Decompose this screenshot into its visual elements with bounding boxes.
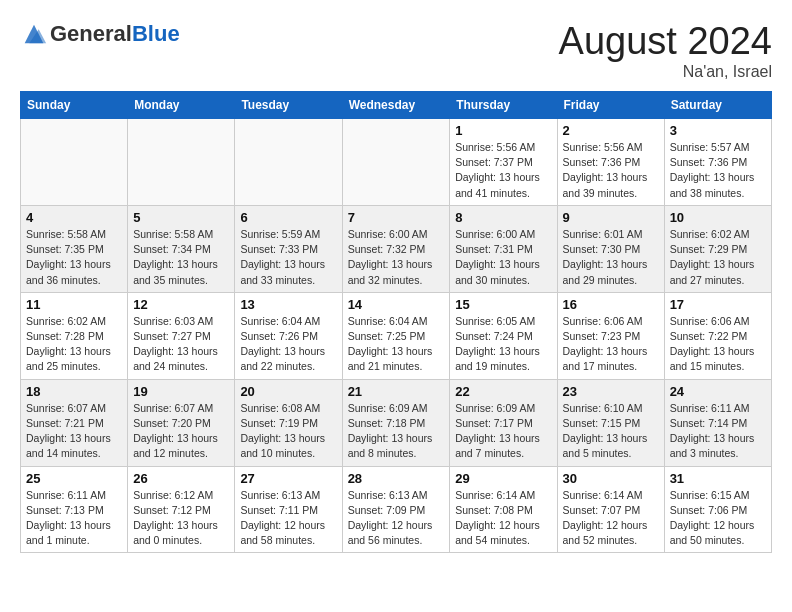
day-info: Sunrise: 5:57 AM Sunset: 7:36 PM Dayligh…	[670, 140, 766, 201]
calendar-cell: 1Sunrise: 5:56 AM Sunset: 7:37 PM Daylig…	[450, 119, 557, 206]
calendar-cell	[128, 119, 235, 206]
calendar-week-row: 25Sunrise: 6:11 AM Sunset: 7:13 PM Dayli…	[21, 466, 772, 553]
calendar-cell: 3Sunrise: 5:57 AM Sunset: 7:36 PM Daylig…	[664, 119, 771, 206]
calendar-week-row: 4Sunrise: 5:58 AM Sunset: 7:35 PM Daylig…	[21, 205, 772, 292]
calendar-cell: 18Sunrise: 6:07 AM Sunset: 7:21 PM Dayli…	[21, 379, 128, 466]
day-info: Sunrise: 6:13 AM Sunset: 7:11 PM Dayligh…	[240, 488, 336, 549]
calendar-cell: 22Sunrise: 6:09 AM Sunset: 7:17 PM Dayli…	[450, 379, 557, 466]
day-info: Sunrise: 6:13 AM Sunset: 7:09 PM Dayligh…	[348, 488, 445, 549]
logo: GeneralBlue	[20, 20, 180, 48]
calendar-cell: 4Sunrise: 5:58 AM Sunset: 7:35 PM Daylig…	[21, 205, 128, 292]
day-info: Sunrise: 5:58 AM Sunset: 7:35 PM Dayligh…	[26, 227, 122, 288]
month-year: August 2024	[559, 20, 772, 63]
day-info: Sunrise: 6:15 AM Sunset: 7:06 PM Dayligh…	[670, 488, 766, 549]
day-info: Sunrise: 6:12 AM Sunset: 7:12 PM Dayligh…	[133, 488, 229, 549]
weekday-header-thursday: Thursday	[450, 92, 557, 119]
day-info: Sunrise: 5:56 AM Sunset: 7:37 PM Dayligh…	[455, 140, 551, 201]
calendar-cell: 5Sunrise: 5:58 AM Sunset: 7:34 PM Daylig…	[128, 205, 235, 292]
day-number: 31	[670, 471, 766, 486]
day-number: 1	[455, 123, 551, 138]
day-number: 28	[348, 471, 445, 486]
day-info: Sunrise: 6:04 AM Sunset: 7:25 PM Dayligh…	[348, 314, 445, 375]
day-number: 22	[455, 384, 551, 399]
day-number: 24	[670, 384, 766, 399]
logo-blue: Blue	[132, 21, 180, 46]
day-info: Sunrise: 6:01 AM Sunset: 7:30 PM Dayligh…	[563, 227, 659, 288]
day-info: Sunrise: 6:00 AM Sunset: 7:31 PM Dayligh…	[455, 227, 551, 288]
day-info: Sunrise: 5:56 AM Sunset: 7:36 PM Dayligh…	[563, 140, 659, 201]
weekday-header-saturday: Saturday	[664, 92, 771, 119]
calendar-cell: 20Sunrise: 6:08 AM Sunset: 7:19 PM Dayli…	[235, 379, 342, 466]
calendar-cell	[235, 119, 342, 206]
day-info: Sunrise: 6:04 AM Sunset: 7:26 PM Dayligh…	[240, 314, 336, 375]
day-info: Sunrise: 6:05 AM Sunset: 7:24 PM Dayligh…	[455, 314, 551, 375]
day-number: 16	[563, 297, 659, 312]
day-info: Sunrise: 6:14 AM Sunset: 7:08 PM Dayligh…	[455, 488, 551, 549]
calendar-cell: 10Sunrise: 6:02 AM Sunset: 7:29 PM Dayli…	[664, 205, 771, 292]
calendar-cell: 19Sunrise: 6:07 AM Sunset: 7:20 PM Dayli…	[128, 379, 235, 466]
day-number: 29	[455, 471, 551, 486]
day-number: 30	[563, 471, 659, 486]
calendar-cell: 27Sunrise: 6:13 AM Sunset: 7:11 PM Dayli…	[235, 466, 342, 553]
weekday-header-friday: Friday	[557, 92, 664, 119]
calendar-cell: 14Sunrise: 6:04 AM Sunset: 7:25 PM Dayli…	[342, 292, 450, 379]
day-info: Sunrise: 6:00 AM Sunset: 7:32 PM Dayligh…	[348, 227, 445, 288]
weekday-header-tuesday: Tuesday	[235, 92, 342, 119]
calendar-cell: 11Sunrise: 6:02 AM Sunset: 7:28 PM Dayli…	[21, 292, 128, 379]
day-info: Sunrise: 6:08 AM Sunset: 7:19 PM Dayligh…	[240, 401, 336, 462]
day-info: Sunrise: 6:07 AM Sunset: 7:21 PM Dayligh…	[26, 401, 122, 462]
day-number: 5	[133, 210, 229, 225]
day-info: Sunrise: 6:09 AM Sunset: 7:17 PM Dayligh…	[455, 401, 551, 462]
day-number: 21	[348, 384, 445, 399]
logo-text: GeneralBlue	[50, 21, 180, 47]
calendar-cell: 9Sunrise: 6:01 AM Sunset: 7:30 PM Daylig…	[557, 205, 664, 292]
calendar-cell: 13Sunrise: 6:04 AM Sunset: 7:26 PM Dayli…	[235, 292, 342, 379]
calendar-cell: 21Sunrise: 6:09 AM Sunset: 7:18 PM Dayli…	[342, 379, 450, 466]
logo-general: General	[50, 21, 132, 46]
calendar-cell: 28Sunrise: 6:13 AM Sunset: 7:09 PM Dayli…	[342, 466, 450, 553]
day-info: Sunrise: 6:02 AM Sunset: 7:28 PM Dayligh…	[26, 314, 122, 375]
calendar-cell: 24Sunrise: 6:11 AM Sunset: 7:14 PM Dayli…	[664, 379, 771, 466]
day-number: 8	[455, 210, 551, 225]
calendar-cell: 31Sunrise: 6:15 AM Sunset: 7:06 PM Dayli…	[664, 466, 771, 553]
weekday-header-wednesday: Wednesday	[342, 92, 450, 119]
day-number: 14	[348, 297, 445, 312]
day-number: 27	[240, 471, 336, 486]
calendar-cell: 16Sunrise: 6:06 AM Sunset: 7:23 PM Dayli…	[557, 292, 664, 379]
calendar-cell: 7Sunrise: 6:00 AM Sunset: 7:32 PM Daylig…	[342, 205, 450, 292]
day-number: 4	[26, 210, 122, 225]
day-info: Sunrise: 6:11 AM Sunset: 7:13 PM Dayligh…	[26, 488, 122, 549]
day-info: Sunrise: 6:14 AM Sunset: 7:07 PM Dayligh…	[563, 488, 659, 549]
page-header: GeneralBlue August 2024 Na'an, Israel	[20, 20, 772, 81]
calendar-cell	[21, 119, 128, 206]
day-info: Sunrise: 5:58 AM Sunset: 7:34 PM Dayligh…	[133, 227, 229, 288]
weekday-header-sunday: Sunday	[21, 92, 128, 119]
day-number: 12	[133, 297, 229, 312]
calendar-cell: 15Sunrise: 6:05 AM Sunset: 7:24 PM Dayli…	[450, 292, 557, 379]
day-info: Sunrise: 6:06 AM Sunset: 7:22 PM Dayligh…	[670, 314, 766, 375]
day-number: 23	[563, 384, 659, 399]
day-info: Sunrise: 6:07 AM Sunset: 7:20 PM Dayligh…	[133, 401, 229, 462]
calendar-cell: 12Sunrise: 6:03 AM Sunset: 7:27 PM Dayli…	[128, 292, 235, 379]
calendar-cell: 29Sunrise: 6:14 AM Sunset: 7:08 PM Dayli…	[450, 466, 557, 553]
calendar-table: SundayMondayTuesdayWednesdayThursdayFrid…	[20, 91, 772, 553]
calendar-week-row: 1Sunrise: 5:56 AM Sunset: 7:37 PM Daylig…	[21, 119, 772, 206]
day-number: 20	[240, 384, 336, 399]
calendar-cell: 17Sunrise: 6:06 AM Sunset: 7:22 PM Dayli…	[664, 292, 771, 379]
day-info: Sunrise: 6:09 AM Sunset: 7:18 PM Dayligh…	[348, 401, 445, 462]
logo-icon	[20, 20, 48, 48]
calendar-cell: 25Sunrise: 6:11 AM Sunset: 7:13 PM Dayli…	[21, 466, 128, 553]
day-number: 6	[240, 210, 336, 225]
calendar-cell: 30Sunrise: 6:14 AM Sunset: 7:07 PM Dayli…	[557, 466, 664, 553]
title-block: August 2024 Na'an, Israel	[559, 20, 772, 81]
calendar-week-row: 11Sunrise: 6:02 AM Sunset: 7:28 PM Dayli…	[21, 292, 772, 379]
day-number: 25	[26, 471, 122, 486]
day-number: 10	[670, 210, 766, 225]
calendar-cell	[342, 119, 450, 206]
day-info: Sunrise: 6:06 AM Sunset: 7:23 PM Dayligh…	[563, 314, 659, 375]
day-info: Sunrise: 5:59 AM Sunset: 7:33 PM Dayligh…	[240, 227, 336, 288]
day-number: 13	[240, 297, 336, 312]
weekday-header-monday: Monday	[128, 92, 235, 119]
calendar-cell: 2Sunrise: 5:56 AM Sunset: 7:36 PM Daylig…	[557, 119, 664, 206]
day-info: Sunrise: 6:10 AM Sunset: 7:15 PM Dayligh…	[563, 401, 659, 462]
